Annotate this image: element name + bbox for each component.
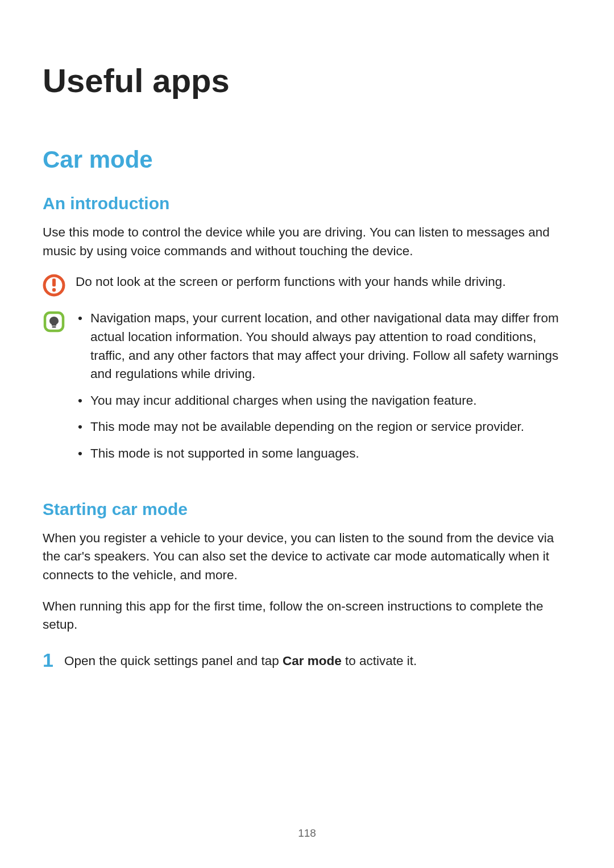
warning-callout: Do not look at the screen or perform fun… [43,273,571,297]
page-number: 118 [0,827,614,840]
warning-text: Do not look at the screen or perform fun… [76,273,571,292]
page-title: Useful apps [43,61,571,99]
intro-paragraph: Use this mode to control the device whil… [43,223,571,260]
subsection-heading-starting: Starting car mode [43,500,571,519]
note-item: Navigation maps, your current location, … [76,309,571,384]
note-item: This mode is not supported in some langu… [76,445,571,463]
section-heading-car-mode: Car mode [43,146,571,173]
starting-paragraph-1: When you register a vehicle to your devi… [43,529,571,585]
note-item: This mode may not be available depending… [76,418,571,437]
notes-list: Navigation maps, your current location, … [76,309,571,463]
step-text: Open the quick settings panel and tap Ca… [64,652,417,671]
note-item: You may incur additional charges when us… [76,392,571,410]
step-1: 1 Open the quick settings panel and tap … [43,650,571,671]
starting-paragraph-2: When running this app for the first time… [43,597,571,634]
svg-rect-1 [52,279,56,286]
step-text-before: Open the quick settings panel and tap [64,654,283,668]
step-text-bold: Car mode [283,654,342,668]
svg-point-2 [52,288,56,292]
notes-callout: Navigation maps, your current location, … [43,309,571,471]
svg-rect-4 [52,326,56,328]
step-number: 1 [43,650,64,671]
warning-icon [43,273,76,297]
notes-icon [43,309,76,333]
subsection-heading-introduction: An introduction [43,194,571,213]
step-text-after: to activate it. [342,654,417,668]
